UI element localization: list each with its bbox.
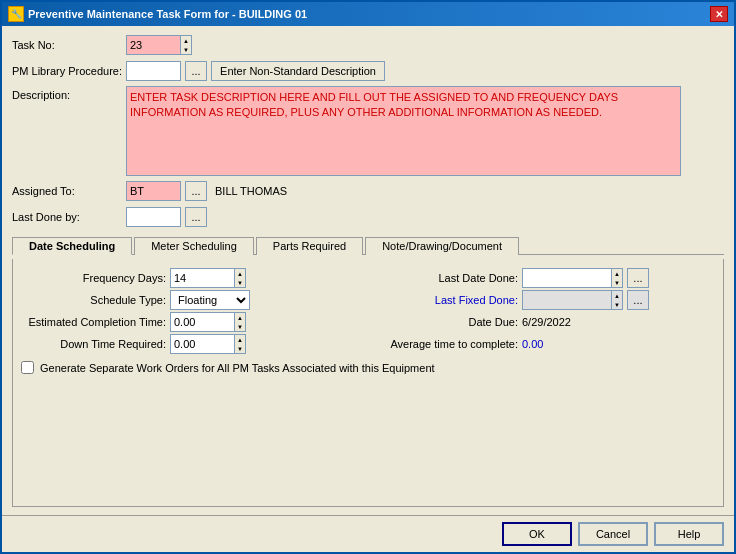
pm-library-input[interactable] — [126, 61, 181, 81]
date-due-row: Date Due: 6/29/2022 — [373, 311, 715, 333]
footer: OK Cancel Help — [2, 515, 734, 552]
est-completion-spin-up[interactable]: ▲ — [235, 313, 245, 322]
generate-wo-label: Generate Separate Work Orders for All PM… — [40, 362, 435, 374]
task-no-input[interactable] — [126, 35, 181, 55]
tab-parts-required[interactable]: Parts Required — [256, 237, 363, 255]
down-time-spin-down[interactable]: ▼ — [235, 344, 245, 353]
scheduling-left-col: Frequency Days: ▲ ▼ Schedule Type: — [21, 267, 363, 355]
down-time-spin-up[interactable]: ▲ — [235, 335, 245, 344]
schedule-type-label: Schedule Type: — [21, 294, 166, 306]
schedule-type-row: Schedule Type: Floating Fixed — [21, 289, 363, 311]
pm-library-dots-button[interactable]: ... — [185, 61, 207, 81]
main-window: 🔧 Preventive Maintenance Task Form for -… — [0, 0, 736, 554]
ok-button[interactable]: OK — [502, 522, 572, 546]
last-date-done-row: Last Date Done: ▲ ▼ ... — [373, 267, 715, 289]
tab-date-scheduling[interactable]: Date Scheduling — [12, 237, 132, 255]
last-fixed-done-row: Last Fixed Done: ▲ ▼ ... — [373, 289, 715, 311]
description-label: Description: — [12, 89, 122, 101]
last-fixed-done-dots-button[interactable]: ... — [627, 290, 649, 310]
est-completion-spin: ▲ ▼ — [235, 312, 246, 332]
task-no-row: Task No: ▲ ▼ — [12, 34, 724, 56]
title-bar-left: 🔧 Preventive Maintenance Task Form for -… — [8, 6, 307, 22]
task-no-spin: ▲ ▼ — [181, 35, 192, 55]
assigned-to-name: BILL THOMAS — [215, 185, 287, 197]
down-time-spin: ▲ ▼ — [235, 334, 246, 354]
assigned-to-code-input[interactable] — [126, 181, 181, 201]
last-fixed-done-spin-down[interactable]: ▼ — [612, 300, 622, 309]
est-completion-input[interactable] — [170, 312, 235, 332]
est-completion-spin-down[interactable]: ▼ — [235, 322, 245, 331]
last-date-done-spin: ▲ ▼ — [612, 268, 623, 288]
task-no-spin-wrapper: ▲ ▼ — [126, 35, 192, 55]
task-no-spin-up[interactable]: ▲ — [181, 36, 191, 45]
frequency-days-row: Frequency Days: ▲ ▼ — [21, 267, 363, 289]
task-no-spin-down[interactable]: ▼ — [181, 45, 191, 54]
task-no-label: Task No: — [12, 39, 122, 51]
pm-library-label: PM Library Procedure: — [12, 65, 122, 77]
tab-panel-date-scheduling: Frequency Days: ▲ ▼ Schedule Type: — [12, 259, 724, 507]
date-due-label: Date Due: — [373, 316, 518, 328]
last-date-done-spin-down[interactable]: ▼ — [612, 278, 622, 287]
form-content: Task No: ▲ ▼ PM Library Procedure: ... E… — [2, 26, 734, 515]
date-due-value: 6/29/2022 — [522, 316, 571, 328]
last-date-done-spin-up[interactable]: ▲ — [612, 269, 622, 278]
frequency-days-input[interactable] — [170, 268, 235, 288]
assigned-to-dots-button[interactable]: ... — [185, 181, 207, 201]
est-completion-row: Estimated Completion Time: ▲ ▼ — [21, 311, 363, 333]
last-fixed-done-spin-up[interactable]: ▲ — [612, 291, 622, 300]
last-fixed-done-label: Last Fixed Done: — [373, 294, 518, 306]
assigned-to-label: Assigned To: — [12, 185, 122, 197]
enter-nonstandard-button[interactable]: Enter Non-Standard Description — [211, 61, 385, 81]
down-time-label: Down Time Required: — [21, 338, 166, 350]
description-textarea[interactable]: ENTER TASK DESCRIPTION HERE AND FILL OUT… — [126, 86, 681, 176]
frequency-days-spin-up[interactable]: ▲ — [235, 269, 245, 278]
last-date-done-label: Last Date Done: — [373, 272, 518, 284]
down-time-row: Down Time Required: ▲ ▼ — [21, 333, 363, 355]
tab-meter-scheduling[interactable]: Meter Scheduling — [134, 237, 254, 255]
last-done-label: Last Done by: — [12, 211, 122, 223]
est-completion-spin-wrapper: ▲ ▼ — [170, 312, 246, 332]
assigned-to-row: Assigned To: ... BILL THOMAS — [12, 180, 724, 202]
avg-time-value: 0.00 — [522, 338, 543, 350]
help-button[interactable]: Help — [654, 522, 724, 546]
frequency-days-spin-wrapper: ▲ ▼ — [170, 268, 246, 288]
last-date-done-dots-button[interactable]: ... — [627, 268, 649, 288]
avg-time-label: Average time to complete: — [373, 338, 518, 350]
down-time-spin-wrapper: ▲ ▼ — [170, 334, 246, 354]
last-done-input[interactable] — [126, 207, 181, 227]
frequency-days-spin-down[interactable]: ▼ — [235, 278, 245, 287]
tab-note-drawing[interactable]: Note/Drawing/Document — [365, 237, 519, 255]
tabs-row: Date Scheduling Meter Scheduling Parts R… — [12, 236, 724, 255]
est-completion-label: Estimated Completion Time: — [21, 316, 166, 328]
last-date-done-input[interactable] — [522, 268, 612, 288]
pm-library-row: PM Library Procedure: ... Enter Non-Stan… — [12, 60, 724, 82]
last-fixed-done-spin-wrapper: ▲ ▼ — [522, 290, 623, 310]
description-row: Description: ENTER TASK DESCRIPTION HERE… — [12, 86, 724, 176]
checkbox-row: Generate Separate Work Orders for All PM… — [21, 361, 715, 374]
frequency-days-label: Frequency Days: — [21, 272, 166, 284]
schedule-type-select[interactable]: Floating Fixed — [170, 290, 250, 310]
cancel-button[interactable]: Cancel — [578, 522, 648, 546]
title-bar: 🔧 Preventive Maintenance Task Form for -… — [2, 2, 734, 26]
window-title: Preventive Maintenance Task Form for - B… — [28, 8, 307, 20]
scheduling-right-col: Last Date Done: ▲ ▼ ... Last Fixed Done — [373, 267, 715, 355]
close-button[interactable]: ✕ — [710, 6, 728, 22]
avg-time-row: Average time to complete: 0.00 — [373, 333, 715, 355]
down-time-input[interactable] — [170, 334, 235, 354]
last-done-row: Last Done by: ... — [12, 206, 724, 228]
window-icon: 🔧 — [8, 6, 24, 22]
last-fixed-done-spin: ▲ ▼ — [612, 290, 623, 310]
last-done-dots-button[interactable]: ... — [185, 207, 207, 227]
generate-wo-checkbox[interactable] — [21, 361, 34, 374]
last-fixed-done-input[interactable] — [522, 290, 612, 310]
last-date-done-spin-wrapper: ▲ ▼ — [522, 268, 623, 288]
frequency-days-spin: ▲ ▼ — [235, 268, 246, 288]
